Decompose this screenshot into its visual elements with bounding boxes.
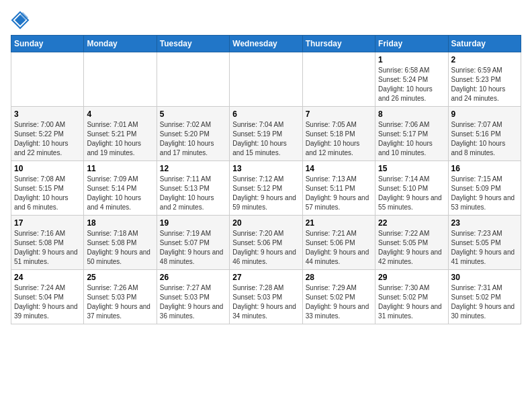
day-cell: 25Sunrise: 7:26 AM Sunset: 5:03 PM Dayli… [84,270,157,324]
day-info: Sunrise: 7:14 AM Sunset: 5:10 PM Dayligh… [378,175,445,212]
day-number: 1 [378,55,445,64]
day-number: 21 [306,218,372,228]
day-number: 14 [306,164,372,173]
week-row-2: 3Sunrise: 7:00 AM Sunset: 5:22 PM Daylig… [11,107,521,161]
header-cell-monday: Monday [84,36,157,52]
day-cell [157,52,229,107]
day-info: Sunrise: 7:06 AM Sunset: 5:17 PM Dayligh… [378,120,445,158]
calendar-header: SundayMondayTuesdayWednesdayThursdayFrid… [11,36,521,52]
week-row-3: 10Sunrise: 7:08 AM Sunset: 5:15 PM Dayli… [11,161,521,216]
day-cell: 14Sunrise: 7:13 AM Sunset: 5:11 PM Dayli… [302,161,375,216]
day-cell: 28Sunrise: 7:29 AM Sunset: 5:02 PM Dayli… [302,270,375,324]
week-row-1: 1Sunrise: 6:58 AM Sunset: 5:24 PM Daylig… [11,52,521,107]
day-info: Sunrise: 7:15 AM Sunset: 5:09 PM Dayligh… [451,175,518,212]
page-header [11,11,521,30]
day-cell: 15Sunrise: 7:14 AM Sunset: 5:10 PM Dayli… [375,161,448,216]
day-number: 25 [87,273,153,282]
day-cell: 30Sunrise: 7:31 AM Sunset: 5:02 PM Dayli… [448,270,521,324]
day-number: 19 [160,218,226,228]
day-number: 13 [232,164,299,173]
day-info: Sunrise: 7:21 AM Sunset: 5:06 PM Dayligh… [306,229,372,267]
day-cell: 9Sunrise: 7:07 AM Sunset: 5:16 PM Daylig… [448,107,521,161]
day-number: 7 [306,109,372,119]
day-number: 11 [87,164,153,173]
day-info: Sunrise: 6:58 AM Sunset: 5:24 PM Dayligh… [378,66,445,103]
day-number: 6 [232,109,299,119]
day-info: Sunrise: 7:13 AM Sunset: 5:11 PM Dayligh… [306,175,372,212]
day-number: 2 [451,55,518,64]
day-cell: 11Sunrise: 7:09 AM Sunset: 5:14 PM Dayli… [84,161,157,216]
day-info: Sunrise: 7:19 AM Sunset: 5:07 PM Dayligh… [160,229,226,267]
day-info: Sunrise: 7:08 AM Sunset: 5:15 PM Dayligh… [14,175,81,212]
day-cell: 5Sunrise: 7:02 AM Sunset: 5:20 PM Daylig… [157,107,229,161]
day-number: 27 [232,273,299,282]
day-info: Sunrise: 7:09 AM Sunset: 5:14 PM Dayligh… [87,175,153,212]
day-info: Sunrise: 7:20 AM Sunset: 5:06 PM Dayligh… [232,229,299,267]
day-cell: 22Sunrise: 7:22 AM Sunset: 5:05 PM Dayli… [375,216,448,270]
day-cell: 17Sunrise: 7:16 AM Sunset: 5:08 PM Dayli… [11,216,84,270]
day-info: Sunrise: 7:24 AM Sunset: 5:04 PM Dayligh… [14,283,81,321]
day-info: Sunrise: 6:59 AM Sunset: 5:23 PM Dayligh… [451,66,518,103]
day-cell [302,52,375,107]
day-number: 28 [306,273,372,282]
day-number: 24 [14,273,81,282]
logo [11,11,32,30]
day-info: Sunrise: 7:18 AM Sunset: 5:08 PM Dayligh… [87,229,153,267]
day-cell: 8Sunrise: 7:06 AM Sunset: 5:17 PM Daylig… [375,107,448,161]
day-info: Sunrise: 7:01 AM Sunset: 5:21 PM Dayligh… [87,120,153,158]
day-info: Sunrise: 7:02 AM Sunset: 5:20 PM Dayligh… [160,120,226,158]
day-info: Sunrise: 7:04 AM Sunset: 5:19 PM Dayligh… [232,120,299,158]
header-cell-wednesday: Wednesday [230,36,302,52]
week-row-4: 17Sunrise: 7:16 AM Sunset: 5:08 PM Dayli… [11,216,521,270]
day-number: 16 [451,164,518,173]
day-info: Sunrise: 7:11 AM Sunset: 5:13 PM Dayligh… [160,175,226,212]
day-cell: 4Sunrise: 7:01 AM Sunset: 5:21 PM Daylig… [84,107,157,161]
day-info: Sunrise: 7:26 AM Sunset: 5:03 PM Dayligh… [87,283,153,321]
day-number: 8 [378,109,445,119]
day-cell: 27Sunrise: 7:28 AM Sunset: 5:03 PM Dayli… [230,270,302,324]
day-number: 3 [14,109,81,119]
day-cell [11,52,84,107]
calendar-body: 1Sunrise: 6:58 AM Sunset: 5:24 PM Daylig… [11,52,521,324]
day-cell: 24Sunrise: 7:24 AM Sunset: 5:04 PM Dayli… [11,270,84,324]
day-cell: 2Sunrise: 6:59 AM Sunset: 5:23 PM Daylig… [448,52,521,107]
day-number: 17 [14,218,81,228]
day-cell: 16Sunrise: 7:15 AM Sunset: 5:09 PM Dayli… [448,161,521,216]
day-number: 4 [87,109,153,119]
day-info: Sunrise: 7:05 AM Sunset: 5:18 PM Dayligh… [306,120,372,158]
calendar-table: SundayMondayTuesdayWednesdayThursdayFrid… [11,35,521,324]
day-number: 5 [160,109,226,119]
day-info: Sunrise: 7:22 AM Sunset: 5:05 PM Dayligh… [378,229,445,267]
day-info: Sunrise: 7:00 AM Sunset: 5:22 PM Dayligh… [14,120,81,158]
day-info: Sunrise: 7:07 AM Sunset: 5:16 PM Dayligh… [451,120,518,158]
day-number: 18 [87,218,153,228]
day-info: Sunrise: 7:16 AM Sunset: 5:08 PM Dayligh… [14,229,81,267]
day-number: 22 [378,218,445,228]
day-cell: 7Sunrise: 7:05 AM Sunset: 5:18 PM Daylig… [302,107,375,161]
day-info: Sunrise: 7:29 AM Sunset: 5:02 PM Dayligh… [306,283,372,321]
day-number: 30 [451,273,518,282]
header-cell-thursday: Thursday [302,36,375,52]
day-cell: 18Sunrise: 7:18 AM Sunset: 5:08 PM Dayli… [84,216,157,270]
week-row-5: 24Sunrise: 7:24 AM Sunset: 5:04 PM Dayli… [11,270,521,324]
day-cell: 13Sunrise: 7:12 AM Sunset: 5:12 PM Dayli… [230,161,302,216]
day-info: Sunrise: 7:27 AM Sunset: 5:03 PM Dayligh… [160,283,226,321]
day-number: 20 [232,218,299,228]
logo-icon [11,11,30,30]
header-cell-friday: Friday [375,36,448,52]
day-cell: 12Sunrise: 7:11 AM Sunset: 5:13 PM Dayli… [157,161,229,216]
day-info: Sunrise: 7:28 AM Sunset: 5:03 PM Dayligh… [232,283,299,321]
day-cell: 6Sunrise: 7:04 AM Sunset: 5:19 PM Daylig… [230,107,302,161]
header-cell-tuesday: Tuesday [157,36,229,52]
day-number: 9 [451,109,518,119]
day-cell [84,52,157,107]
day-cell: 19Sunrise: 7:19 AM Sunset: 5:07 PM Dayli… [157,216,229,270]
day-cell: 29Sunrise: 7:30 AM Sunset: 5:02 PM Dayli… [375,270,448,324]
day-cell: 20Sunrise: 7:20 AM Sunset: 5:06 PM Dayli… [230,216,302,270]
day-number: 23 [451,218,518,228]
day-cell [230,52,302,107]
header-cell-saturday: Saturday [448,36,521,52]
day-number: 29 [378,273,445,282]
day-cell: 23Sunrise: 7:23 AM Sunset: 5:05 PM Dayli… [448,216,521,270]
day-cell: 26Sunrise: 7:27 AM Sunset: 5:03 PM Dayli… [157,270,229,324]
